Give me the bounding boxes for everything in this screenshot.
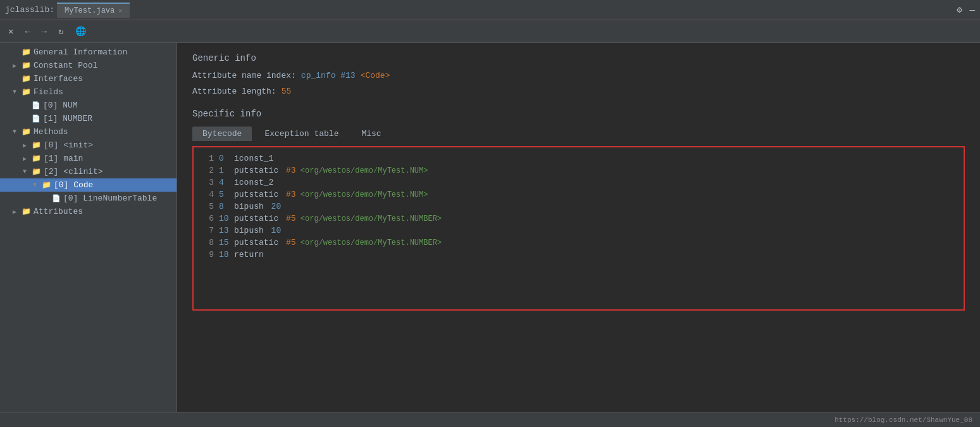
- sidebar-item-label: Attributes: [34, 207, 83, 216]
- sidebar-item-constant-pool[interactable]: ▶ 📁 Constant Pool: [0, 59, 177, 72]
- bc-offset: 1: [219, 166, 234, 175]
- sidebar-item-attributes[interactable]: ▶ 📁 Attributes: [0, 205, 177, 218]
- bc-ref[interactable]: #5: [286, 214, 296, 223]
- bc-line: 3: [201, 178, 214, 187]
- arrow-icon: ▼: [23, 168, 29, 175]
- folder-icon: 📁: [22, 61, 31, 70]
- bc-line: 8: [201, 238, 214, 247]
- sidebar-item-label: General Information: [34, 47, 127, 57]
- main-layout: 📁 General Information ▶ 📁 Constant Pool …: [0, 43, 980, 412]
- bc-line: 9: [201, 250, 214, 259]
- tab-misc[interactable]: Misc: [351, 127, 391, 141]
- bc-comment: <org/westos/demo/MyTest.NUMBER>: [296, 238, 442, 247]
- bc-instr: return: [234, 250, 264, 259]
- bc-line: 5: [201, 202, 214, 211]
- bc-offset: 0: [219, 154, 234, 163]
- bc-row-5: 5 8 bipush 20: [201, 201, 956, 213]
- attribute-length-value: 55: [282, 87, 292, 96]
- bc-num: 10: [271, 226, 282, 235]
- bc-ref[interactable]: #3: [286, 166, 296, 175]
- bc-comment: <org/westos/demo/MyTest.NUMBER>: [296, 214, 442, 223]
- tabs-bar: Bytecode Exception table Misc: [192, 127, 965, 141]
- browser-button[interactable]: 🌐: [72, 24, 89, 39]
- bc-offset: 8: [219, 202, 234, 211]
- arrow-icon: ▼: [13, 89, 19, 96]
- attribute-name-row: Attribute name index: cp_info #13 <Code>: [192, 71, 965, 80]
- bc-offset: 13: [219, 226, 234, 235]
- bc-row-7: 7 13 bipush 10: [201, 225, 956, 237]
- tab-exception-table[interactable]: Exception table: [254, 127, 349, 141]
- content-area: Generic info Attribute name index: cp_in…: [177, 43, 980, 412]
- tab-bytecode[interactable]: Bytecode: [192, 127, 252, 141]
- sidebar-item-init[interactable]: ▶ 📁 [0] <init>: [0, 139, 177, 152]
- arrow-icon: ▶: [13, 62, 19, 70]
- footer: https://blog.csdn.net/ShawnYue_08: [0, 412, 980, 427]
- bc-row-8: 8 15 putstatic #5 <org/westos/demo/MyTes…: [201, 237, 956, 249]
- bc-offset: 10: [219, 214, 234, 223]
- folder-icon: 📁: [22, 74, 31, 84]
- bc-line: 6: [201, 214, 214, 223]
- back-button[interactable]: ←: [22, 25, 33, 39]
- attribute-name-value: <Code>: [361, 71, 390, 80]
- specific-info-title: Specific info: [192, 109, 965, 119]
- sidebar: 📁 General Information ▶ 📁 Constant Pool …: [0, 43, 177, 412]
- bc-line: 7: [201, 226, 214, 235]
- arrow-icon: ▶: [13, 208, 19, 216]
- file-icon: 📄: [32, 114, 40, 123]
- sidebar-item-clinit[interactable]: ▼ 📁 [2] <clinit>: [0, 165, 177, 178]
- footer-url: https://blog.csdn.net/ShawnYue_08: [834, 416, 972, 424]
- attribute-length-label: Attribute length:: [192, 87, 276, 96]
- folder-icon: 📁: [22, 207, 31, 216]
- close-button[interactable]: ✕: [5, 24, 16, 39]
- sidebar-item-label: [0] NUM: [43, 101, 78, 110]
- bc-instr: putstatic: [234, 190, 283, 199]
- sidebar-item-code[interactable]: ▼ 📁 [0] Code: [0, 178, 177, 192]
- folder-icon: 📁: [32, 140, 41, 150]
- bc-offset: 4: [219, 178, 234, 187]
- bc-comment: <org/westos/demo/MyTest.NUM>: [296, 166, 428, 175]
- tab-close-icon[interactable]: ✕: [118, 7, 122, 15]
- sidebar-item-main[interactable]: ▶ 📁 [1] main: [0, 152, 177, 165]
- bc-instr: putstatic: [234, 238, 283, 247]
- bc-ref[interactable]: #5: [286, 238, 296, 247]
- folder-icon: 📁: [32, 154, 41, 163]
- sidebar-item-label: Fields: [34, 87, 63, 97]
- sidebar-item-label: [0] LineNumberTable: [63, 194, 157, 203]
- bc-row-1: 1 0 iconst_1: [201, 152, 956, 164]
- attribute-name-link[interactable]: cp_info #13: [301, 71, 356, 80]
- refresh-button[interactable]: ↻: [55, 24, 66, 39]
- sidebar-item-fields[interactable]: ▼ 📁 Fields: [0, 85, 177, 99]
- tab-filename: MyTest.java: [65, 6, 115, 15]
- sidebar-item-interfaces[interactable]: 📁 Interfaces: [0, 72, 177, 85]
- bc-line: 2: [201, 166, 214, 175]
- app-name: jclasslib:: [5, 5, 54, 15]
- forward-button[interactable]: →: [39, 25, 50, 39]
- bc-instr: bipush: [234, 202, 269, 211]
- bc-ref[interactable]: #3: [286, 190, 296, 199]
- title-bar-actions: ⚙ —: [957, 4, 975, 15]
- sidebar-item-fields-number[interactable]: 📄 [1] NUMBER: [0, 112, 177, 125]
- sidebar-item-label: [0] <init>: [44, 140, 93, 150]
- sidebar-item-methods[interactable]: ▼ 📁 Methods: [0, 125, 177, 139]
- title-bar: jclasslib: MyTest.java ✕ ⚙ —: [0, 0, 980, 20]
- sidebar-item-label: Interfaces: [34, 74, 83, 84]
- bc-instr: iconst_2: [234, 178, 273, 187]
- folder-icon: 📁: [22, 47, 31, 57]
- settings-icon[interactable]: ⚙: [957, 4, 962, 15]
- file-tab[interactable]: MyTest.java ✕: [57, 3, 130, 18]
- bc-instr: putstatic: [234, 214, 283, 223]
- bc-row-3: 3 4 iconst_2: [201, 176, 956, 189]
- arrow-icon: ▼: [13, 128, 19, 135]
- sidebar-item-linenumbertable[interactable]: 📄 [0] LineNumberTable: [0, 192, 177, 205]
- sidebar-item-label: [0] Code: [54, 180, 93, 190]
- bc-line: 1: [201, 154, 214, 163]
- bc-line: 4: [201, 190, 214, 199]
- bc-instr: putstatic: [234, 166, 283, 175]
- sidebar-item-fields-num[interactable]: 📄 [0] NUM: [0, 99, 177, 112]
- folder-icon: 📁: [22, 127, 31, 137]
- folder-icon: 📁: [32, 167, 41, 176]
- sidebar-item-general-info[interactable]: 📁 General Information: [0, 46, 177, 59]
- minimize-icon[interactable]: —: [970, 5, 975, 15]
- bc-row-6: 6 10 putstatic #5 <org/westos/demo/MyTes…: [201, 213, 956, 225]
- bc-comment: <org/westos/demo/MyTest.NUM>: [296, 190, 428, 199]
